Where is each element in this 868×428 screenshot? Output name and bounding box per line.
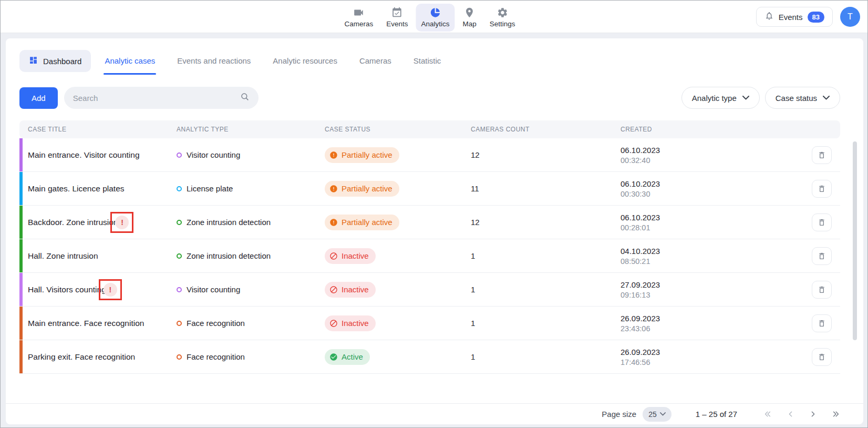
last-page-button[interactable] — [831, 410, 840, 419]
calendar-check-icon — [391, 7, 403, 18]
tab-events-and-reactions[interactable]: Events and reactions — [177, 56, 251, 66]
status-badge: Inactive — [325, 248, 376, 264]
pie-chart-icon — [430, 7, 441, 18]
row-actions-cell — [803, 348, 840, 366]
case-title: Main gates. Licence plates — [28, 184, 125, 193]
case-status-cell: Active — [316, 349, 462, 365]
case-title-cell: Hall. Zone intrusion — [19, 251, 168, 261]
add-button[interactable]: Add — [19, 87, 58, 109]
delete-case-button[interactable] — [812, 180, 832, 198]
table-row[interactable]: Parking exit. Face recognitionFace recog… — [19, 340, 840, 374]
analytic-type-ring-icon — [177, 220, 182, 225]
table-row[interactable]: Main entrance. Face recognitionFace reco… — [19, 307, 840, 340]
created-date: 06.10.2023 — [621, 179, 660, 188]
analytic-type-ring-icon — [177, 186, 182, 191]
search-input[interactable] — [73, 94, 240, 103]
alert-highlight-box: ! — [99, 279, 122, 300]
column-header: CAMERAS COUNT — [462, 126, 612, 133]
first-page-button[interactable] — [763, 410, 772, 419]
page-range: 1 – 25 of 27 — [696, 410, 737, 419]
cameras-count-cell: 11 — [462, 184, 612, 193]
nav-item-cameras[interactable]: Cameras — [339, 4, 378, 32]
nav-item-map[interactable]: Map — [458, 4, 482, 32]
created-time: 23:43:06 — [621, 324, 650, 333]
nav-item-events[interactable]: Events — [381, 4, 413, 32]
page-size-select[interactable]: 25 — [643, 407, 671, 422]
table-header: CASE TITLEANALYTIC TYPECASE STATUSCAMERA… — [19, 120, 840, 138]
tab-statistic[interactable]: Statistic — [414, 56, 441, 66]
delete-case-button[interactable] — [812, 213, 832, 231]
status-label: Partially active — [342, 218, 392, 226]
delete-case-button[interactable] — [812, 146, 832, 164]
delete-case-button[interactable] — [812, 314, 832, 332]
table-row[interactable]: Hall. Zone intrusionZone intrusion detec… — [19, 239, 840, 273]
filter-label: Analytic type — [692, 94, 737, 103]
status-icon — [329, 319, 338, 328]
created-time: 08:50:21 — [621, 257, 650, 266]
avatar[interactable]: T — [840, 7, 860, 27]
table-row[interactable]: Backdoor. Zone intrusion!Zone intrusion … — [19, 206, 840, 239]
created-date: 26.09.2023 — [621, 348, 660, 356]
alert-icon: ! — [115, 216, 129, 229]
created-time: 17:46:56 — [621, 358, 650, 366]
created-cell: 26.09.202323:43:06 — [612, 314, 803, 333]
nav-item-label: Analytics — [421, 20, 449, 28]
created-cell: 06.10.202300:30:30 — [612, 179, 803, 198]
case-title-cell: Main entrance. Face recognition — [19, 319, 168, 328]
created-cell: 27.09.202309:16:13 — [612, 280, 803, 299]
vertical-scrollbar[interactable] — [853, 141, 857, 340]
status-icon — [329, 252, 338, 260]
analytic-cases-table: CASE TITLEANALYTIC TYPECASE STATUSCAMERA… — [19, 120, 840, 374]
tabs-row: Dashboard Analytic casesEvents and react… — [19, 50, 840, 72]
tab-list: Analytic casesEvents and reactionsAnalyt… — [105, 56, 441, 66]
table-body: Main entrance. Visitor countingVisitor c… — [19, 138, 840, 374]
table-row[interactable]: Hall. Visitors counting!Visitor counting… — [19, 273, 840, 307]
row-actions-cell — [803, 247, 840, 265]
trash-icon — [818, 218, 826, 227]
case-color-bar — [19, 239, 23, 272]
column-header: CREATED — [612, 126, 803, 133]
case-title: Main entrance. Visitor counting — [28, 150, 140, 160]
table-row[interactable]: Main entrance. Visitor countingVisitor c… — [19, 138, 840, 172]
case-title: Hall. Zone intrusion — [28, 251, 98, 261]
cameras-count-cell: 12 — [462, 218, 612, 227]
status-icon — [329, 218, 338, 227]
case-color-bar — [19, 172, 23, 205]
filter-case-status[interactable]: Case status — [765, 87, 840, 109]
next-page-button[interactable] — [809, 410, 818, 419]
tab-cameras[interactable]: Cameras — [359, 56, 391, 66]
created-cell: 06.10.202300:32:40 — [612, 146, 803, 165]
case-color-bar — [19, 273, 23, 306]
column-header: CASE TITLE — [19, 126, 168, 133]
case-color-bar — [19, 138, 23, 171]
table-row[interactable]: Main gates. Licence platesLicense plateP… — [19, 172, 840, 206]
created-time: 09:16:13 — [621, 291, 650, 299]
case-status-cell: Inactive — [316, 315, 462, 331]
analytic-type-label: Zone intrusion detection — [187, 251, 271, 260]
alert-highlight-box: ! — [110, 212, 133, 233]
nav-item-analytics[interactable]: Analytics — [416, 4, 454, 32]
events-button[interactable]: Events 83 — [756, 7, 833, 27]
nav-item-label: Map — [463, 20, 477, 28]
delete-case-button[interactable] — [812, 281, 832, 299]
case-color-bar — [19, 340, 23, 373]
filter-analytic-type[interactable]: Analytic type — [681, 87, 760, 109]
delete-case-button[interactable] — [812, 348, 832, 366]
dashboard-button[interactable]: Dashboard — [19, 50, 91, 72]
status-label: Inactive — [342, 319, 369, 327]
tab-analytic-cases[interactable]: Analytic cases — [105, 56, 155, 66]
nav-item-settings[interactable]: Settings — [484, 4, 521, 32]
previous-page-button[interactable] — [786, 410, 795, 419]
created-time: 00:30:30 — [621, 190, 650, 198]
delete-case-button[interactable] — [812, 247, 832, 265]
case-color-bar — [19, 206, 23, 239]
tab-analytic-resources[interactable]: Analytic resources — [273, 56, 337, 66]
created-date: 26.09.2023 — [621, 314, 660, 323]
dashboard-label: Dashboard — [43, 57, 81, 66]
status-icon — [329, 286, 338, 294]
nav-item-label: Events — [386, 20, 408, 28]
search-box[interactable] — [64, 87, 259, 109]
created-date: 06.10.2023 — [621, 213, 660, 222]
pagination-arrows — [763, 410, 840, 419]
chevron-down-icon — [660, 412, 666, 416]
